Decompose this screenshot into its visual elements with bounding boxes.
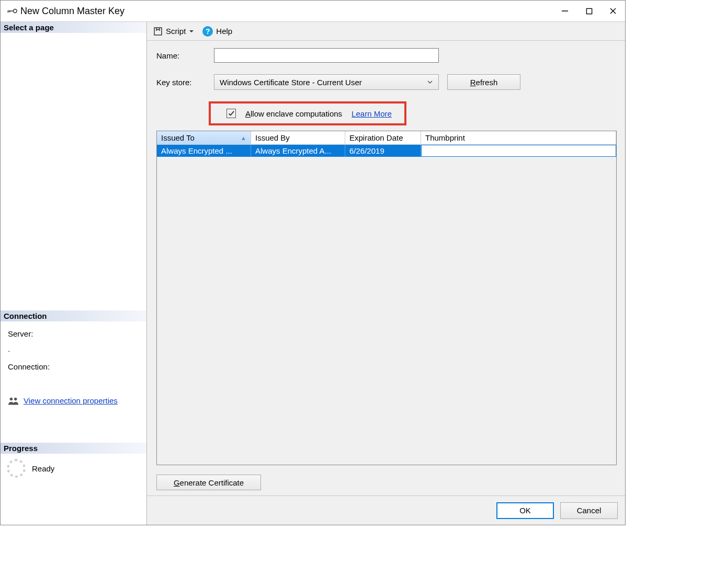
refresh-button[interactable]: Refresh <box>447 74 520 90</box>
enclave-highlight: Allow enclave computations Learn More <box>209 101 406 125</box>
column-issued-by[interactable]: Issued By <box>251 131 345 145</box>
window-title: New Column Master Key <box>20 6 124 17</box>
dialog-footer: OK Cancel <box>147 495 625 525</box>
certificate-grid: Issued To ▲ Issued By Expiration Date Th… <box>156 131 617 465</box>
progress-header: Progress <box>1 443 146 454</box>
ok-button[interactable]: OK <box>496 502 554 519</box>
progress-status: Ready <box>32 464 54 473</box>
connection-label: Connection: <box>8 360 140 375</box>
select-page-header: Select a page <box>1 22 146 33</box>
minimize-button[interactable] <box>553 1 577 21</box>
column-expiration[interactable]: Expiration Date <box>345 131 421 145</box>
key-icon <box>7 6 17 16</box>
keystore-value: Windows Certificate Store - Current User <box>220 78 362 87</box>
dialog-window: New Column Master Key Select a page Conn… <box>0 0 626 525</box>
people-icon <box>8 396 19 406</box>
main-panel: Script ? Help Name: Key store: Windows C… <box>147 22 625 525</box>
grid-row[interactable]: Always Encrypted ... Always Encrypted A.… <box>157 145 616 157</box>
script-dropdown[interactable]: Script <box>151 26 196 37</box>
chevron-down-icon <box>189 29 194 34</box>
left-panel: Select a page Connection Server: . Conne… <box>1 22 147 525</box>
chevron-down-icon <box>427 79 433 85</box>
svg-point-8 <box>10 397 13 400</box>
grid-header: Issued To ▲ Issued By Expiration Date Th… <box>157 131 616 145</box>
sort-asc-icon: ▲ <box>241 135 246 141</box>
toolbar: Script ? Help <box>147 22 625 41</box>
connection-body: Server: . Connection: View connection pr… <box>1 321 146 417</box>
svg-point-0 <box>14 9 17 13</box>
svg-rect-3 <box>9 10 10 12</box>
view-connection-properties-link[interactable]: View connection properties <box>24 394 118 409</box>
keystore-select[interactable]: Windows Certificate Store - Current User <box>214 74 439 90</box>
generate-certificate-button[interactable]: Generate Certificate <box>156 475 261 490</box>
enclave-label: Allow enclave computations <box>245 109 342 118</box>
progress-spinner-icon <box>7 459 26 478</box>
svg-point-9 <box>14 397 17 400</box>
connection-header: Connection <box>1 310 146 321</box>
titlebar: New Column Master Key <box>1 1 625 21</box>
script-label: Script <box>166 27 186 36</box>
server-value: . <box>8 342 140 357</box>
help-icon: ? <box>202 26 213 37</box>
learn-more-link[interactable]: Learn More <box>352 109 392 118</box>
enclave-checkbox[interactable] <box>226 109 236 118</box>
keystore-label: Key store: <box>156 78 214 87</box>
cancel-button[interactable]: Cancel <box>560 502 618 519</box>
name-label: Name: <box>156 51 214 60</box>
column-thumbprint[interactable]: Thumbprint <box>421 131 616 145</box>
close-button[interactable] <box>601 1 625 21</box>
svg-rect-2 <box>8 10 9 13</box>
help-label: Help <box>216 27 232 36</box>
maximize-button[interactable] <box>577 1 601 21</box>
server-label: Server: <box>8 327 140 342</box>
column-issued-to[interactable]: Issued To ▲ <box>157 131 251 145</box>
svg-rect-5 <box>586 8 592 14</box>
help-button[interactable]: ? Help <box>200 25 234 38</box>
name-input[interactable] <box>214 48 439 63</box>
